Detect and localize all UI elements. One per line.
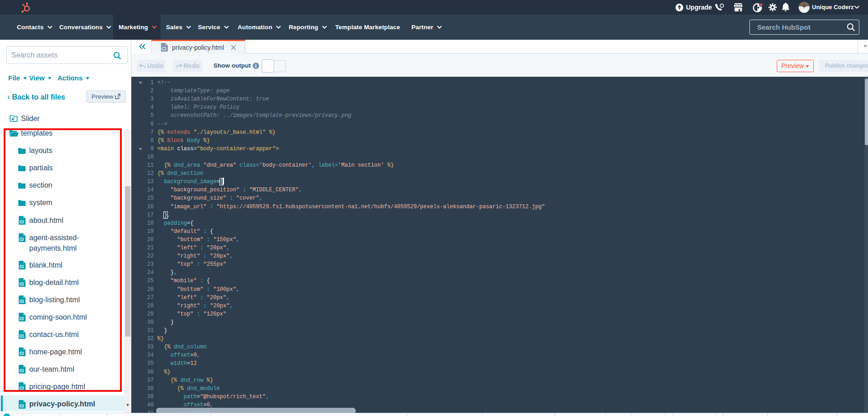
svg-text:(/): (/)	[163, 47, 165, 50]
svg-text:(/): (/)	[21, 405, 23, 407]
